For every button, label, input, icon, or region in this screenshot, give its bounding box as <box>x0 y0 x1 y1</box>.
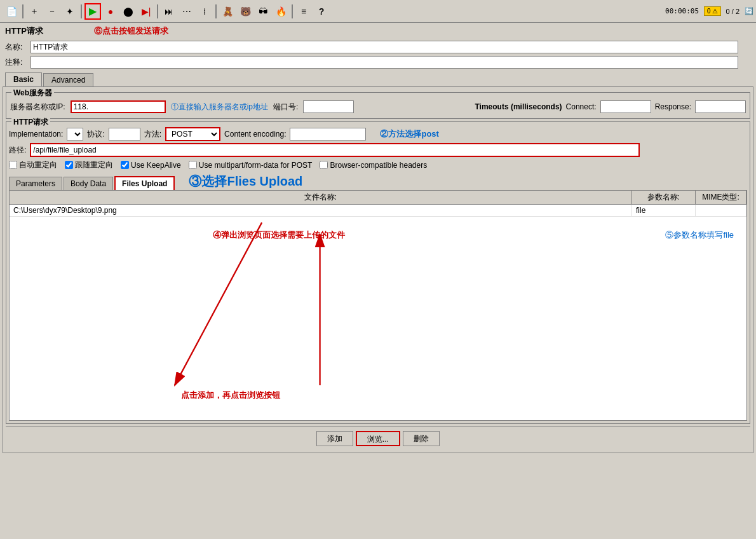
tab-body-data[interactable]: Body Data <box>64 177 113 190</box>
follow-redirect-label: 跟随重定向 <box>75 160 113 170</box>
tab-basic[interactable]: Basic <box>5 72 42 86</box>
bear2-button[interactable]: 🐻 <box>237 3 253 20</box>
keep-alive-check[interactable]: Use KeepAlive <box>121 161 181 170</box>
multipart-checkbox[interactable] <box>189 161 197 169</box>
response-input[interactable] <box>695 100 746 113</box>
annotation-4: ④弹出浏览页面选择需要上传的文件 <box>213 229 345 241</box>
server-label: 服务器名称或IP: <box>10 102 65 113</box>
warning-icon: ⚠ <box>712 8 718 15</box>
timeouts-label: Timeouts (milliseconds) <box>475 102 562 111</box>
auto-redirect-check[interactable]: 自动重定向 <box>9 160 57 170</box>
web-server-group: Web服务器 服务器名称或IP: ①直接输入服务器名或ip地址 端口号: Tim… <box>6 92 750 119</box>
path-label: 路径: <box>9 145 26 156</box>
empty-area: ④弹出浏览页面选择需要上传的文件 ⑤参数名称填写file <box>10 217 746 420</box>
tab-parameters[interactable]: Parameters <box>9 177 62 190</box>
play-button[interactable]: ▶ <box>84 3 101 20</box>
connect-label: Connect: <box>566 102 597 111</box>
browse-button[interactable]: 浏览... <box>356 431 400 446</box>
param-name-header: 参数名称: <box>632 191 696 204</box>
implementation-select[interactable] <box>67 128 83 140</box>
auto-redirect-checkbox[interactable] <box>9 161 17 169</box>
separator-3 <box>157 4 158 18</box>
multipart-label: Use multipart/form-data for POST <box>199 161 313 170</box>
http-controls-row: Implementation: 协议: 方法: GET POST PUT DEL… <box>9 127 747 141</box>
multipart-check[interactable]: Use multipart/form-data for POST <box>189 161 313 170</box>
browser-compat-checkbox[interactable] <box>320 161 328 169</box>
list-button[interactable]: ≡ <box>295 3 312 20</box>
port-label: 端口号: <box>273 102 298 113</box>
name-input[interactable] <box>30 41 738 53</box>
annotation-method: ②方法选择post <box>380 128 438 140</box>
mime-header: MIME类型: <box>696 191 746 204</box>
toolbar: 📄 ＋ － ✦ ▶ ● ⬤ ▶| ⏭ ⋯ ⁞ 🧸 🐻 🕶 🔥 ≡ ? 00:00… <box>0 0 756 23</box>
arrows-svg <box>10 217 746 420</box>
annotation-5: ⑤参数名称填写file <box>665 229 734 241</box>
help-button[interactable]: ? <box>313 3 330 20</box>
port-input[interactable] <box>303 100 354 113</box>
connect-input[interactable] <box>600 100 651 113</box>
separator-1 <box>22 4 24 18</box>
new-button[interactable]: 📄 <box>3 3 20 20</box>
follow-redirect-checkbox[interactable] <box>65 161 73 169</box>
name-row: 名称: <box>0 39 756 55</box>
files-table-container: 文件名称: 参数名称: MIME类型: C:\Users\dyx79\Deskt… <box>9 190 747 421</box>
protocol-input[interactable] <box>109 128 140 140</box>
http-request-group: HTTP请求 Implementation: 协议: 方法: GET POST <box>6 121 750 424</box>
warning-badge: 0 ⚠ <box>704 6 721 16</box>
progress-display: 0 / 2 <box>726 8 739 15</box>
main-tabs-bar: Basic Advanced <box>0 70 756 86</box>
timer-display: 00:00:05 <box>665 7 699 15</box>
forward-button[interactable]: ⏭ <box>161 3 177 20</box>
bear1-button[interactable]: 🧸 <box>219 3 236 20</box>
comment-label: 注释: <box>5 57 30 68</box>
add-button[interactable]: 添加 <box>316 431 353 446</box>
encoding-input[interactable] <box>290 128 366 140</box>
toolbar-right: 00:00:05 0 ⚠ 0 / 2 🔄 <box>665 6 753 16</box>
browser-compat-label: Browser-compatible headers <box>330 161 427 170</box>
tab-files-upload[interactable]: Files Upload <box>114 176 175 190</box>
path-input[interactable] <box>30 143 640 157</box>
fire-button[interactable]: 🔥 <box>273 3 289 20</box>
method-label: 方法: <box>144 129 161 140</box>
comment-input[interactable] <box>30 56 738 69</box>
response-label: Response: <box>655 102 691 111</box>
annotation-click: ⑥点击按钮发送请求 <box>94 25 168 37</box>
record-button[interactable]: ● <box>102 3 119 20</box>
delete-button[interactable]: 删除 <box>403 431 440 446</box>
separator-5 <box>292 4 293 18</box>
implementation-select-wrapper[interactable] <box>67 128 83 140</box>
method-select-wrapper[interactable]: GET POST PUT DELETE PATCH HEAD OPTIONS <box>165 127 220 141</box>
http-section-title: HTTP请求 <box>11 117 50 128</box>
annotation-files: ③选择Flies Upload <box>189 173 302 190</box>
keep-alive-label: Use KeepAlive <box>131 161 181 170</box>
page-title-row: HTTP请求 ⑥点击按钮发送请求 <box>0 23 756 39</box>
stop-button[interactable]: ⬤ <box>120 3 137 20</box>
pause-button[interactable]: ▶| <box>138 3 154 20</box>
add-button[interactable]: ＋ <box>26 3 43 20</box>
keep-alive-checkbox[interactable] <box>121 161 129 169</box>
browser-compat-check[interactable]: Browser-compatible headers <box>320 161 427 170</box>
warning-count: 0 <box>707 8 711 15</box>
filename-cell: C:\Users\dyx79\Desktop\9.png <box>10 205 632 216</box>
refresh-icon[interactable]: 🔄 <box>745 7 753 15</box>
method-select[interactable]: GET POST PUT DELETE PATCH HEAD OPTIONS <box>166 128 219 140</box>
name-label: 名称: <box>5 42 30 53</box>
annotation-server-text: ①直接输入服务器名或ip地址 <box>171 102 268 113</box>
server-input[interactable] <box>71 100 166 113</box>
dots2-button[interactable]: ⁞ <box>196 3 213 20</box>
glasses-button[interactable]: 🕶 <box>255 3 271 20</box>
tab-advanced[interactable]: Advanced <box>43 73 93 86</box>
param-name-cell: file <box>632 205 696 216</box>
page-title: HTTP请求 <box>5 25 43 37</box>
settings-button[interactable]: ✦ <box>62 3 78 20</box>
table-row: C:\Users\dyx79\Desktop\9.png file <box>10 205 746 217</box>
path-row: 路径: <box>9 143 747 157</box>
filename-header: 文件名称: <box>10 191 632 204</box>
auto-redirect-label: 自动重定向 <box>19 160 57 170</box>
checkboxes-row: 自动重定向 跟随重定向 Use KeepAlive Use multipart/… <box>9 160 747 170</box>
implementation-label: Implementation: <box>9 130 63 139</box>
follow-redirect-check[interactable]: 跟随重定向 <box>65 160 113 170</box>
dots1-button[interactable]: ⋯ <box>179 3 195 20</box>
separator-2 <box>81 4 82 18</box>
minus-button[interactable]: － <box>44 3 60 20</box>
